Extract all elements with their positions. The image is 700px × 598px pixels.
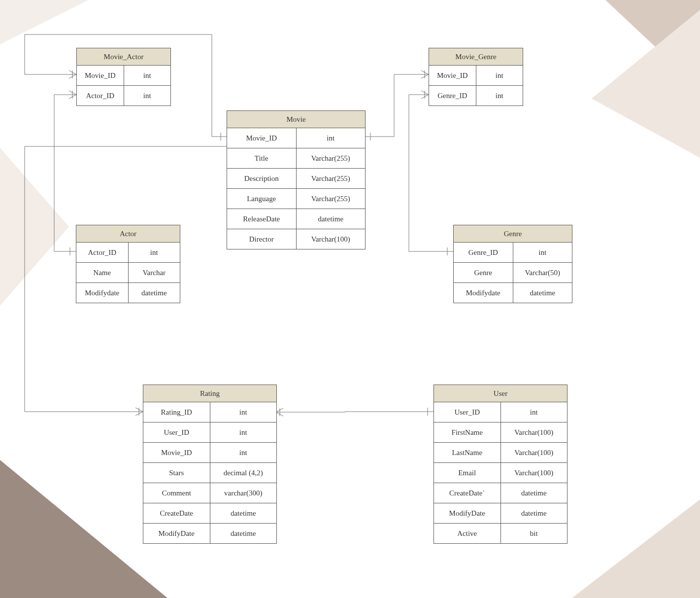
table-row: Genre_ID int (454, 243, 572, 263)
table-row: Genre Varchar(50) (454, 263, 572, 283)
table-row: LastName Varchar(100) (434, 443, 567, 463)
entity-title: Actor (76, 225, 180, 243)
table-row: Title Varchar(255) (227, 148, 365, 169)
field-name: Name (76, 263, 129, 282)
field-name: ModifyDate (143, 524, 210, 543)
table-row: ModifyDate datetime (434, 503, 567, 524)
entity-actor[interactable]: Actor Actor_ID int Name Varchar Modifyda… (76, 225, 180, 303)
field-name: Movie_ID (429, 66, 476, 85)
table-row: Movie_ID int (429, 66, 523, 86)
field-type: int (210, 443, 277, 462)
field-name: Genre (454, 263, 513, 282)
field-type: int (297, 128, 366, 148)
field-type: int (476, 86, 523, 106)
entity-movie-genre[interactable]: Movie_Genre Movie_ID int Genre_ID int (429, 48, 523, 106)
field-type: datetime (297, 209, 366, 229)
field-name: Modifydate (454, 283, 513, 303)
bg-triangle (0, 148, 69, 306)
field-name: Director (227, 229, 297, 249)
entity-movie-actor[interactable]: Movie_Actor Movie_ID int Actor_ID int (76, 48, 171, 106)
table-row: Modifydate datetime (76, 283, 180, 303)
field-type: int (513, 243, 572, 262)
field-type: int (129, 243, 180, 262)
table-row: CreateDate` datetime (434, 483, 567, 503)
entity-title: Movie_Actor (77, 48, 170, 66)
field-name: CreateDate (143, 503, 210, 523)
field-name: Title (227, 148, 297, 168)
entity-user[interactable]: User User_ID int FirstName Varchar(100) … (433, 385, 567, 544)
table-row: Email Varchar(100) (434, 463, 567, 483)
field-name: User_ID (434, 402, 501, 422)
table-row: ModifyDate datetime (143, 524, 276, 543)
field-name: Movie_ID (77, 66, 124, 85)
field-type: varchar(300) (210, 483, 277, 503)
field-name: Stars (143, 463, 210, 483)
field-type: datetime (210, 524, 277, 543)
entity-title: Rating (143, 385, 276, 402)
table-row: Comment varchar(300) (143, 483, 276, 503)
field-type: int (210, 422, 277, 442)
entity-genre[interactable]: Genre Genre_ID int Genre Varchar(50) Mod… (453, 225, 572, 303)
table-row: Movie_ID int (143, 443, 276, 463)
field-name: Actor_ID (76, 243, 129, 262)
table-row: Actor_ID int (76, 243, 180, 263)
table-row: Description Varchar(255) (227, 169, 365, 189)
entity-movie[interactable]: Movie Movie_ID int Title Varchar(255) De… (227, 110, 366, 249)
table-row: CreateDate datetime (143, 503, 276, 524)
field-name: ModifyDate (434, 503, 501, 523)
field-type: datetime (129, 283, 180, 303)
field-type: Varchar(50) (513, 263, 572, 282)
bg-triangle (0, 0, 89, 44)
field-name: Genre_ID (454, 243, 513, 262)
field-type: decimal (4,2) (210, 463, 277, 483)
field-type: Varchar(100) (501, 443, 567, 462)
bg-triangle (572, 499, 700, 598)
field-name: FirstName (434, 422, 501, 442)
field-type: int (124, 66, 171, 85)
field-name: LastName (434, 443, 501, 462)
table-row: Genre_ID int (429, 86, 523, 106)
entity-title: Movie (227, 111, 365, 128)
table-row: Language Varchar(255) (227, 189, 365, 209)
entity-title: Genre (454, 225, 572, 243)
field-type: Varchar(100) (501, 463, 567, 483)
table-row: FirstName Varchar(100) (434, 422, 567, 443)
field-name: Modifydate (76, 283, 129, 303)
table-row: Modifydate datetime (454, 283, 572, 303)
entity-rating[interactable]: Rating Rating_ID int User_ID int Movie_I… (143, 385, 277, 544)
field-type: datetime (513, 283, 572, 303)
field-name: Description (227, 169, 297, 188)
field-name: CreateDate` (434, 483, 501, 503)
field-name: User_ID (143, 422, 210, 442)
field-name: Language (227, 189, 297, 209)
field-type: int (124, 86, 171, 106)
field-type: Varchar(255) (297, 169, 366, 188)
field-type: datetime (210, 503, 277, 523)
field-name: Genre_ID (429, 86, 476, 106)
field-name: ReleaseDate (227, 209, 297, 229)
field-name: Comment (143, 483, 210, 503)
field-type: datetime (501, 483, 567, 503)
table-row: User_ID int (143, 422, 276, 443)
field-type: int (501, 402, 567, 422)
table-row: Stars decimal (4,2) (143, 463, 276, 483)
table-row: Movie_ID int (227, 128, 365, 148)
table-row: ReleaseDate datetime (227, 209, 365, 229)
bg-triangle (0, 460, 167, 598)
entity-title: Movie_Genre (429, 48, 523, 66)
field-type: datetime (501, 503, 567, 523)
table-row: Name Varchar (76, 263, 180, 283)
field-type: Varchar(100) (501, 422, 567, 442)
field-name: Actor_ID (77, 86, 124, 106)
field-type: int (476, 66, 523, 85)
field-type: Varchar(100) (297, 229, 366, 249)
field-type: Varchar(255) (297, 148, 366, 168)
field-name: Rating_ID (143, 402, 210, 422)
field-type: Varchar(255) (297, 189, 366, 209)
table-row: User_ID int (434, 402, 567, 422)
table-row: Rating_ID int (143, 402, 276, 422)
entity-title: User (434, 385, 567, 402)
table-row: Director Varchar(100) (227, 229, 365, 249)
field-name: Email (434, 463, 501, 483)
field-name: Active (434, 524, 501, 543)
